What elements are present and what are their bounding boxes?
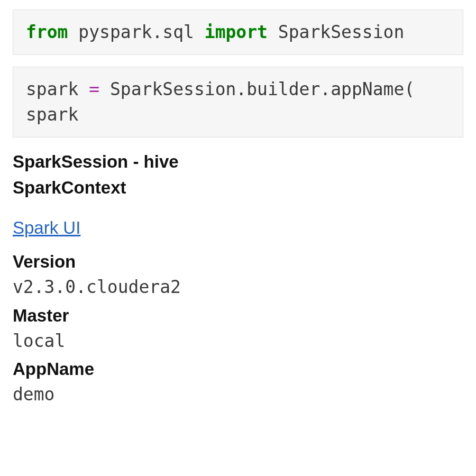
appname-value: demo bbox=[13, 382, 463, 407]
output-heading: SparkSession - hive bbox=[13, 149, 463, 175]
code-cell-2[interactable]: spark = SparkSession.builder.appName( sp… bbox=[13, 67, 463, 138]
appname-label: AppName bbox=[13, 356, 463, 382]
code-text: SparkSession bbox=[268, 22, 404, 42]
code-text: SparkSession.builder.appName( bbox=[99, 79, 415, 99]
keyword-from: from bbox=[26, 22, 68, 42]
version-value: v2.3.0.cloudera2 bbox=[13, 274, 463, 300]
output-block: SparkSession - hive SparkContext Spark U… bbox=[0, 149, 476, 408]
code-text: spark bbox=[26, 104, 78, 125]
spark-ui-link[interactable]: Spark UI bbox=[13, 215, 80, 241]
output-subheading: SparkContext bbox=[13, 175, 463, 200]
operator-equals: = bbox=[89, 79, 99, 99]
code-text: pyspark.sql bbox=[68, 22, 204, 42]
code-cell-1[interactable]: from pyspark.sql import SparkSession bbox=[13, 10, 463, 55]
master-value: local bbox=[13, 328, 463, 354]
master-label: Master bbox=[13, 303, 463, 328]
version-label: Version bbox=[13, 249, 463, 274]
code-text: spark bbox=[26, 79, 89, 99]
keyword-import: import bbox=[205, 22, 268, 42]
